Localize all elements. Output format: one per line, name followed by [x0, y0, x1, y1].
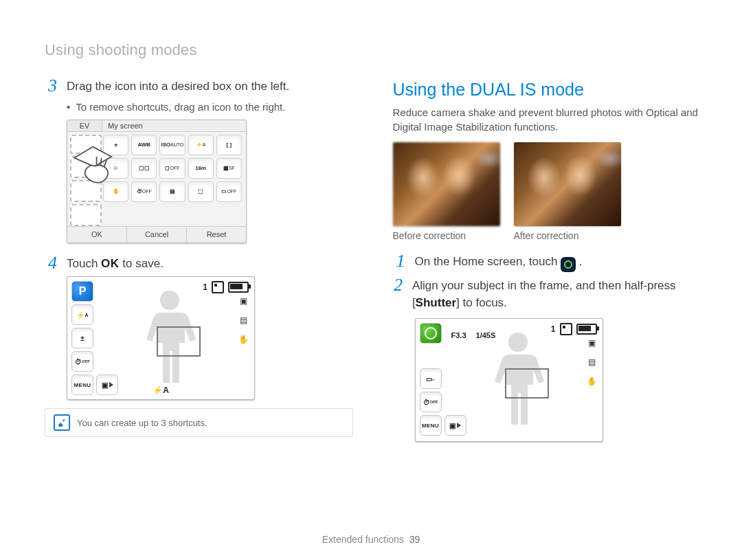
- flash-indicator: ⚡A: [153, 385, 169, 395]
- grid-icon-dual[interactable]: ✋: [103, 181, 128, 202]
- aperture-value: F3.3: [451, 331, 466, 339]
- step-3-number: 3: [45, 77, 57, 95]
- grid-icon-quality[interactable]: ▦SF: [216, 158, 242, 179]
- myscreen-reset-button[interactable]: Reset: [187, 227, 246, 243]
- lcd-preview-2: ▭⎵ ⏱OFF MENU ▣ F3.3 1/45S 1: [415, 318, 603, 442]
- card-icon: [560, 323, 572, 335]
- myscreen-panel: EV My screen ± AWB ISOAUTO ⚡A: [67, 120, 247, 243]
- grid-icon-focus[interactable]: [ ]: [216, 135, 242, 155]
- shutter-label: Shutter: [416, 296, 457, 309]
- footer-page: 39: [409, 534, 420, 545]
- grid-icon-off[interactable]: ◻OFF: [159, 158, 185, 179]
- photo-captions: Before correction After correction: [393, 230, 701, 241]
- note-icon: [54, 414, 70, 431]
- flash-auto-icon[interactable]: ⚡A: [71, 304, 93, 325]
- caption-before: Before correction: [393, 230, 500, 241]
- caption-after: After correction: [514, 230, 621, 241]
- dual-is-mode-icon[interactable]: [420, 323, 442, 344]
- gallery-icon[interactable]: ▣: [96, 374, 118, 395]
- stabilizer-icon: ✋: [587, 377, 597, 386]
- step-1: 1 On the Home screen, touch .: [393, 254, 701, 272]
- menu-button[interactable]: MENU: [420, 415, 442, 436]
- step-4-number: 4: [45, 254, 57, 272]
- shortcut-slot[interactable]: [70, 135, 102, 154]
- ev-icon[interactable]: ±: [71, 328, 93, 348]
- step-4-text-before: Touch: [67, 257, 101, 270]
- photo-before: [393, 142, 500, 226]
- step-1-number: 1: [393, 252, 405, 270]
- metering-icon: ▣: [240, 296, 247, 306]
- step-4-text-after: to save.: [122, 257, 164, 270]
- gallery-icon[interactable]: ▣: [445, 415, 466, 436]
- step-3: 3 Drag the icon into a desired box on th…: [45, 78, 353, 96]
- status-top-right: 1: [551, 323, 597, 335]
- battery-icon: [576, 324, 597, 335]
- timer-off-icon[interactable]: ⏱OFF: [71, 351, 93, 372]
- note-box: You can create up to 3 shortcuts.: [45, 408, 353, 437]
- shot-count: 1: [203, 282, 207, 292]
- grid-icon-awb[interactable]: AWB: [131, 135, 157, 155]
- mode-p-icon[interactable]: P: [71, 281, 93, 302]
- grid-icon-off2[interactable]: ▭OFF: [216, 181, 242, 202]
- grid-icon-drive[interactable]: ▢▢: [131, 158, 157, 179]
- page-footer: Extended functions 39: [0, 534, 742, 545]
- step-1-text-before: On the Home screen, touch: [415, 255, 561, 268]
- battery-icon: [228, 282, 249, 293]
- step-4-text: Touch OK to save.: [67, 256, 164, 273]
- shortcut-slot[interactable]: [70, 204, 102, 226]
- grid-icon-flash[interactable]: ⚡A: [188, 135, 214, 155]
- shortcut-slot[interactable]: [70, 180, 102, 202]
- lcd-preview-1: P ⚡A ± ⏱OFF MENU ▣ 1: [67, 276, 255, 400]
- shot-count: 1: [551, 324, 556, 334]
- metering-icon: ▣: [588, 338, 596, 348]
- step-2-text-after: ] to focus.: [456, 296, 507, 309]
- ok-icon: OK: [101, 256, 120, 273]
- grid-icon-16m[interactable]: 16m: [188, 158, 214, 179]
- step-3-bullet-text: To remove shortcuts, drag an icon to the…: [76, 101, 285, 113]
- step-2-number: 2: [393, 276, 403, 294]
- shortcut-slot[interactable]: [70, 156, 102, 178]
- step-2-text: Align your subject in the frame, and the…: [412, 278, 701, 311]
- photo-after: [514, 142, 621, 226]
- section-desc: Reduce camera shake and prevent blurred …: [393, 105, 701, 134]
- shortcut-slots[interactable]: [67, 132, 102, 226]
- focus-rect: [157, 326, 201, 357]
- left-column: 3 Drag the icon into a desired box on th…: [45, 78, 353, 450]
- timer-off-icon[interactable]: ⏱OFF: [420, 392, 442, 412]
- myscreen-ev-tab: EV: [67, 120, 102, 132]
- dual-is-icon: [561, 257, 576, 272]
- footer-section: Extended functions: [322, 534, 404, 545]
- step-2: 2 Align your subject in the frame, and t…: [393, 278, 701, 311]
- page-header: Using shooting modes: [45, 41, 701, 59]
- card-icon: [212, 281, 224, 293]
- grid-icon-iso[interactable]: ISOAUTO: [159, 135, 185, 155]
- grid-icon-area[interactable]: ⬚: [188, 181, 214, 202]
- status-right-col: ▣ ▤ ✋: [238, 296, 249, 344]
- grid-icon-ev[interactable]: ±: [103, 135, 128, 155]
- step-3-bullet: To remove shortcuts, drag an icon to the…: [67, 101, 353, 113]
- focus-mode-icon[interactable]: ▭⎵: [420, 368, 442, 389]
- grid-icon-palette[interactable]: ▤: [159, 181, 185, 202]
- stabilizer-icon: ✋: [238, 335, 249, 344]
- photo-comparison: [393, 142, 701, 226]
- grid-icon-face[interactable]: ☺: [103, 158, 128, 179]
- myscreen-ok-button[interactable]: OK: [67, 227, 127, 243]
- section-title: Using the DUAL IS mode: [393, 80, 701, 100]
- icon-grid[interactable]: ± AWB ISOAUTO ⚡A [ ] ☺ ▢▢ ◻OFF 16m ▦SF ✋…: [102, 132, 246, 226]
- right-column: Using the DUAL IS mode Reduce camera sha…: [393, 78, 701, 450]
- status-right-col: ▣ ▤ ✋: [587, 338, 597, 386]
- step-4: 4 Touch OK to save.: [45, 256, 353, 273]
- focus-rect: [505, 368, 549, 399]
- menu-button[interactable]: MENU: [71, 374, 93, 395]
- myscreen-cancel-button[interactable]: Cancel: [127, 227, 187, 243]
- quality-icon: ▤: [240, 315, 247, 325]
- status-top-right: 1: [203, 281, 249, 293]
- step-3-text: Drag the icon into a desired box on the …: [67, 78, 289, 96]
- myscreen-title: My screen: [102, 120, 246, 132]
- step-1-text: On the Home screen, touch .: [415, 254, 583, 272]
- step-1-text-after: .: [579, 255, 583, 268]
- quality-icon: ▤: [588, 357, 596, 367]
- grid-icon-timer[interactable]: ⏱OFF: [131, 181, 157, 202]
- note-text: You can create up to 3 shortcuts.: [77, 418, 207, 428]
